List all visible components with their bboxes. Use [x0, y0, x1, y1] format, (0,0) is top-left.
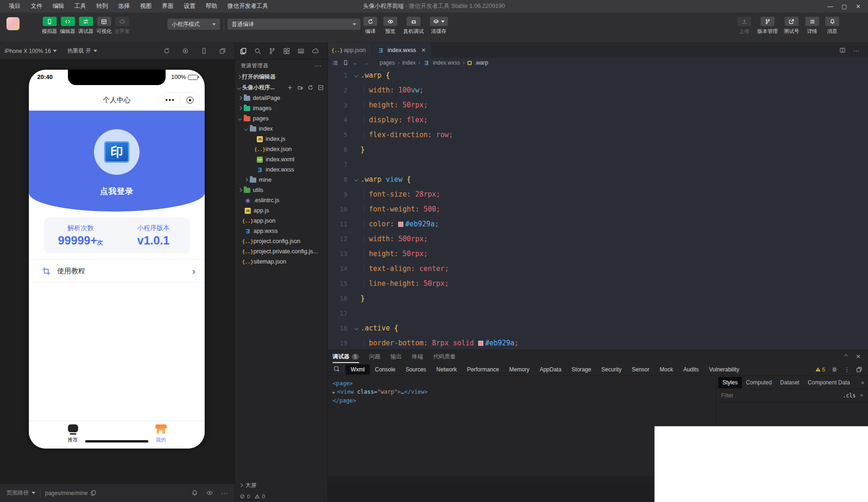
toolbar-button-上传[interactable]: 上传	[737, 17, 751, 35]
devtools-tab-Storage[interactable]: Storage	[567, 364, 596, 375]
toolbar-button-云开发[interactable]: 云开发	[114, 17, 130, 35]
tree-item-app.js[interactable]: JSapp.js	[235, 205, 327, 216]
menu-item-微信开发者工具[interactable]: 微信开发者工具	[222, 0, 274, 13]
cls-button[interactable]: .cls	[843, 392, 856, 399]
devtools-tab-Audits[interactable]: Audits	[678, 364, 704, 375]
split-icon[interactable]	[839, 47, 846, 53]
filter-input[interactable]: Filter	[721, 392, 734, 399]
new-file-icon[interactable]	[287, 85, 293, 91]
maximize-button[interactable]: ▢	[837, 0, 851, 13]
more-icon[interactable]: ⋯	[315, 62, 322, 69]
breadcrumb[interactable]: pages›index›Ǝindex.wxss›.warp	[380, 59, 488, 66]
inspect-cursor-icon[interactable]	[334, 366, 341, 373]
code-area[interactable]: 1.warp {2 width: 100vw;3 height: 50rpx;4…	[328, 68, 868, 350]
tree-item-project.private.config.js...[interactable]: {..}project.private.config.js...	[235, 246, 327, 257]
tree-item-images[interactable]: images	[235, 103, 327, 113]
mode-select[interactable]: 小程序模式	[167, 19, 220, 30]
fold-chevron-icon[interactable]	[352, 74, 361, 77]
toolbar-button-调试器[interactable]: 调试器	[78, 17, 93, 35]
devtools-tab-Performance[interactable]: Performance	[462, 364, 504, 375]
tree-item-index[interactable]: index	[235, 124, 327, 134]
add-style-button[interactable]: +	[860, 392, 863, 399]
toolbar-button-清缓存[interactable]: 清缓存	[430, 17, 448, 35]
more-icon[interactable]: ⋯	[853, 47, 860, 53]
breadcrumb-item[interactable]: index	[402, 59, 416, 66]
devtools-tab-Sources[interactable]: Sources	[401, 364, 431, 375]
fold-chevron-icon[interactable]	[352, 178, 361, 181]
branch-icon[interactable]	[268, 47, 276, 55]
styles-tab-Dataset[interactable]: Dataset	[776, 377, 803, 388]
chevrons-right-icon[interactable]: »	[861, 379, 864, 386]
exit-target-icon[interactable]	[180, 97, 200, 104]
menu-item-界面[interactable]: 界面	[157, 0, 179, 13]
fold-chevron-icon[interactable]	[352, 327, 361, 330]
editor-tab-app.json[interactable]: {..}app.json	[328, 43, 372, 58]
project-root-section[interactable]: 头像小程序...	[235, 82, 327, 93]
editor-tab-index.wxss[interactable]: Ǝindex.wxss✕	[372, 43, 432, 58]
gear-icon[interactable]	[831, 366, 838, 373]
forward-icon[interactable]: →	[364, 59, 369, 66]
tree-item-.eslintrc.js[interactable]: ◉.eslintrc.js	[235, 195, 327, 205]
breadcrumb-item[interactable]: pages	[380, 59, 395, 66]
menu-item-帮助[interactable]: 帮助	[200, 0, 222, 13]
warning-badge[interactable]: 5	[815, 366, 825, 372]
devtools-tab-Vulnerability[interactable]: Vulnerability	[704, 364, 744, 375]
open-editors-section[interactable]: 打开的编辑器	[235, 72, 327, 82]
styles-tab-Styles[interactable]: Styles	[718, 377, 742, 388]
toolbar-button-预览[interactable]: 预览	[383, 17, 397, 35]
menu-item-编辑[interactable]: 编辑	[47, 0, 69, 13]
user-avatar[interactable]	[7, 17, 20, 30]
minimize-button[interactable]: —	[823, 0, 837, 13]
device-select[interactable]: iPhone X 100% 16	[5, 48, 57, 54]
bigscreen-section[interactable]: 大屏	[235, 480, 328, 491]
menu-item-选择[interactable]: 选择	[113, 0, 135, 13]
npm-icon[interactable]	[297, 47, 305, 55]
search-icon[interactable]	[254, 47, 261, 55]
tree-item-index.js[interactable]: JSindex.js	[235, 134, 327, 144]
tree-item-project.config.json[interactable]: {..}project.config.json	[235, 236, 327, 246]
menu-item-视图[interactable]: 视图	[135, 0, 157, 13]
toolbar-button-真机调试[interactable]: 真机调试	[403, 17, 424, 35]
menu-item-文件[interactable]: 文件	[26, 0, 47, 13]
hot-reload-toggle[interactable]: 热重载 开	[67, 47, 97, 55]
menu-item-转到[interactable]: 转到	[91, 0, 113, 13]
close-button[interactable]: ✕	[851, 0, 865, 13]
refresh-icon[interactable]	[307, 85, 314, 91]
tree-item-app.wxss[interactable]: Ǝapp.wxss	[235, 226, 327, 236]
copy-icon[interactable]	[90, 490, 96, 496]
page-path-select[interactable]: 页面路径	[7, 489, 35, 497]
styles-tab-Computed[interactable]: Computed	[742, 377, 776, 388]
breadcrumb-item[interactable]: index.wxss	[433, 59, 460, 66]
devtools-tab-Security[interactable]: Security	[596, 364, 627, 375]
devtools-tab-Mock[interactable]: Mock	[654, 364, 678, 375]
close-icon[interactable]: ✕	[421, 47, 426, 53]
tree-item-mine[interactable]: mine	[235, 175, 327, 185]
login-button[interactable]: 点我登录	[29, 186, 205, 197]
tree-item-detailPage[interactable]: detailPage	[235, 93, 327, 103]
undock-icon[interactable]	[856, 366, 862, 373]
tree-item-index.wxss[interactable]: Ǝindex.wxss	[235, 165, 327, 175]
app-logo-avatar[interactable]: 印	[94, 129, 140, 175]
debugger-tab-输出[interactable]: 输出	[391, 350, 402, 363]
toolbar-button-编译[interactable]: 编译	[363, 17, 377, 35]
debugger-tab-问题[interactable]: 问题	[369, 350, 381, 363]
toolbar-button-模拟器[interactable]: 模拟器	[42, 17, 57, 35]
tree-item-index.json[interactable]: {..}index.json	[235, 144, 327, 154]
devtools-tab-AppData[interactable]: AppData	[534, 364, 567, 375]
bookmark-icon[interactable]	[342, 59, 349, 66]
list-icon[interactable]	[332, 59, 339, 66]
toolbar-button-版本管理[interactable]: 版本管理	[757, 17, 778, 35]
tree-item-utils[interactable]: utils	[235, 185, 327, 195]
devtools-tab-Memory[interactable]: Memory	[504, 364, 534, 375]
files-icon[interactable]	[240, 47, 247, 55]
devtools-tab-Network[interactable]: Network	[431, 364, 462, 375]
kebab-icon[interactable]: ⋮	[844, 366, 850, 373]
menu-item-工具[interactable]: 工具	[69, 0, 91, 13]
breadcrumb-item[interactable]: .warp	[474, 59, 488, 66]
back-icon[interactable]: ←	[353, 59, 358, 66]
cloud-icon[interactable]	[312, 47, 319, 55]
tree-item-sitemap.json[interactable]: {..}sitemap.json	[235, 257, 327, 267]
new-folder-icon[interactable]	[297, 85, 303, 91]
window-controls[interactable]: — ▢ ✕	[823, 0, 865, 13]
tree-item-app.json[interactable]: {..}app.json	[235, 216, 327, 226]
